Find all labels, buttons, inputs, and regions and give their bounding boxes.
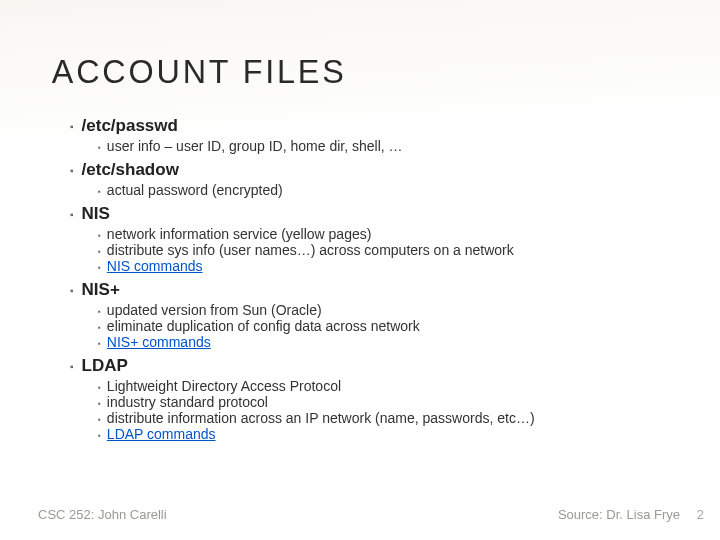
list-item: ▪distribute sys info (user names…) acros… <box>98 242 680 258</box>
list-item-text: user info – user ID, group ID, home dir,… <box>107 138 403 154</box>
bullet-icon: ▪ <box>98 415 101 424</box>
list-item: ▪LDAP commands <box>98 426 680 442</box>
list-item: ▪actual password (encrypted) <box>98 182 680 198</box>
list-item-text: actual password (encrypted) <box>107 182 283 198</box>
section-items: ▪actual password (encrypted) <box>98 182 680 198</box>
section-items: ▪Lightweight Directory Access Protocol▪i… <box>98 378 680 442</box>
list-item-text: updated version from Sun (Oracle) <box>107 302 322 318</box>
bullet-icon: ▪ <box>98 143 101 152</box>
section-heading: ▪LDAP <box>70 356 680 376</box>
bullet-icon: ▪ <box>70 121 74 132</box>
list-item: ▪updated version from Sun (Oracle) <box>98 302 680 318</box>
list-item: ▪Lightweight Directory Access Protocol <box>98 378 680 394</box>
section-items: ▪updated version from Sun (Oracle)▪elimi… <box>98 302 680 350</box>
list-item-link[interactable]: NIS+ commands <box>107 334 211 350</box>
section-heading-text: NIS <box>82 204 110 224</box>
slide-title: ACCOUNT FILES <box>52 52 347 91</box>
list-item-text: distribute information across an IP netw… <box>107 410 535 426</box>
section-heading: ▪NIS+ <box>70 280 680 300</box>
bullet-icon: ▪ <box>70 165 74 176</box>
bullet-icon: ▪ <box>98 399 101 408</box>
section-heading-text: /etc/passwd <box>82 116 178 136</box>
section-items: ▪user info – user ID, group ID, home dir… <box>98 138 680 154</box>
list-item: ▪distribute information across an IP net… <box>98 410 680 426</box>
list-item-text: Lightweight Directory Access Protocol <box>107 378 341 394</box>
bullet-icon: ▪ <box>98 431 101 440</box>
bullet-icon: ▪ <box>98 383 101 392</box>
content-body: ▪/etc/passwd▪user info – user ID, group … <box>70 110 680 445</box>
section-heading: ▪/etc/shadow <box>70 160 680 180</box>
list-item-link[interactable]: LDAP commands <box>107 426 216 442</box>
bullet-icon: ▪ <box>98 307 101 316</box>
list-item: ▪NIS+ commands <box>98 334 680 350</box>
section-heading-text: NIS+ <box>82 280 120 300</box>
footer-right: Source: Dr. Lisa Frye <box>558 507 680 522</box>
bullet-icon: ▪ <box>98 263 101 272</box>
list-item-text: industry standard protocol <box>107 394 268 410</box>
list-item: ▪industry standard protocol <box>98 394 680 410</box>
list-item-link[interactable]: NIS commands <box>107 258 203 274</box>
link[interactable]: NIS+ commands <box>107 334 211 350</box>
list-item: ▪eliminate duplication of config data ac… <box>98 318 680 334</box>
section-items: ▪network information service (yellow pag… <box>98 226 680 274</box>
section-heading-text: LDAP <box>82 356 128 376</box>
bullet-icon: ▪ <box>98 231 101 240</box>
section-heading: ▪NIS <box>70 204 680 224</box>
list-item-text: eliminate duplication of config data acr… <box>107 318 420 334</box>
link[interactable]: LDAP commands <box>107 426 216 442</box>
footer-left: CSC 252: John Carelli <box>38 507 167 522</box>
bullet-icon: ▪ <box>70 361 74 372</box>
list-item: ▪user info – user ID, group ID, home dir… <box>98 138 680 154</box>
section-heading: ▪/etc/passwd <box>70 116 680 136</box>
list-item: ▪NIS commands <box>98 258 680 274</box>
link[interactable]: NIS commands <box>107 258 203 274</box>
bullet-icon: ▪ <box>98 247 101 256</box>
bullet-icon: ▪ <box>70 209 74 220</box>
bullet-icon: ▪ <box>70 285 74 296</box>
bullet-icon: ▪ <box>98 187 101 196</box>
section-heading-text: /etc/shadow <box>82 160 179 180</box>
page-number: 2 <box>697 507 704 522</box>
bullet-icon: ▪ <box>98 339 101 348</box>
list-item-text: network information service (yellow page… <box>107 226 372 242</box>
list-item: ▪network information service (yellow pag… <box>98 226 680 242</box>
bullet-icon: ▪ <box>98 323 101 332</box>
list-item-text: distribute sys info (user names…) across… <box>107 242 514 258</box>
